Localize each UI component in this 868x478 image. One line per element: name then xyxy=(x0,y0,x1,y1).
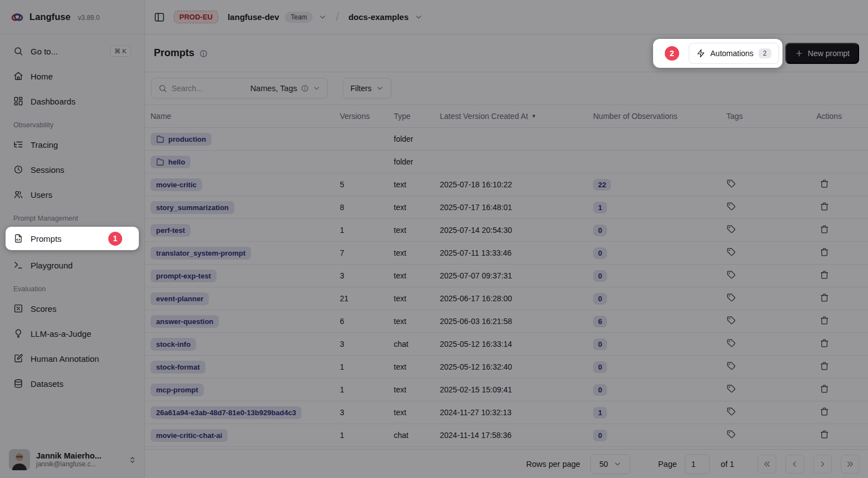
tour-step-2-badge: 2 xyxy=(665,46,679,61)
sidebar-item-label: Prompts xyxy=(31,234,62,243)
prompts-icon xyxy=(13,233,23,243)
sidebar-item-prompts[interactable]: Prompts1 xyxy=(6,227,139,250)
automations-spotlight: 2 Automations 2 xyxy=(653,39,782,68)
automations-label: Automations xyxy=(710,49,754,58)
zap-icon xyxy=(696,49,705,58)
automations-button[interactable]: Automations 2 xyxy=(689,43,779,64)
tour-step-1-badge: 1 xyxy=(108,232,122,246)
automations-count-badge: 2 xyxy=(759,48,771,58)
